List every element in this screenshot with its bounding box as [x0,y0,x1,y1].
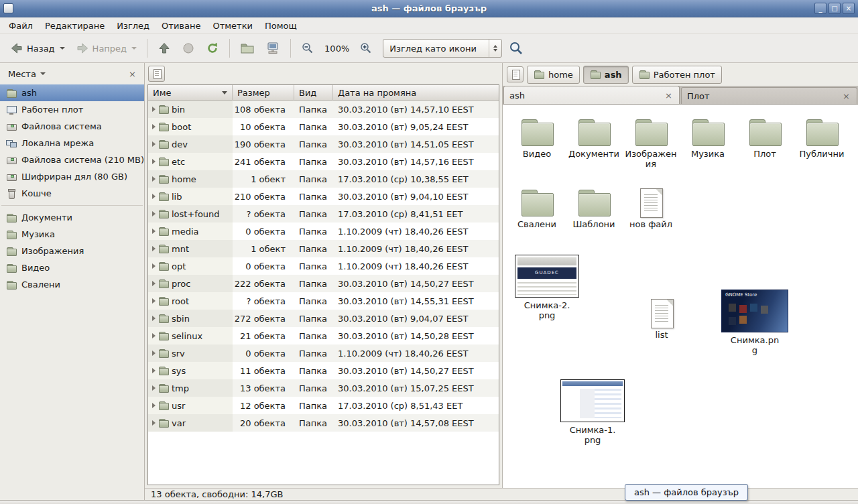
expander-icon[interactable] [152,298,156,304]
menu-item[interactable]: Отметки [206,18,258,34]
table-row[interactable]: lost+found ? обекта Папка 17.03.2010 (ср… [148,205,499,223]
table-row[interactable]: root ? обекта Папка 30.03.2010 (вт) 14,5… [148,292,499,310]
expander-icon[interactable] [152,351,156,356]
pathbar-scroll-button[interactable] [507,66,524,82]
folder-item[interactable]: Публични [794,118,849,160]
expander-icon[interactable] [152,159,156,164]
expander-icon[interactable] [152,229,156,234]
table-row[interactable]: sys 11 обекта Папка 30.03.2010 (вт) 14,5… [148,362,499,379]
computer-button[interactable] [261,37,285,60]
table-row[interactable]: dev 190 обекта Папка 30.03.2010 (вт) 14,… [148,135,499,153]
expander-icon[interactable] [152,420,156,426]
expander-icon[interactable] [152,403,156,408]
sidebar-bookmark-item[interactable]: Свалени [0,276,144,293]
column-header-size[interactable]: Размер [233,85,294,101]
expander-icon[interactable] [152,194,156,199]
tab-close-icon[interactable]: × [664,90,674,101]
table-row[interactable]: bin 108 обекта Папка 30.03.2010 (вт) 14,… [148,101,499,118]
sidebar-bookmark-item[interactable]: Видео [0,259,144,276]
file-item-snimka[interactable]: GNOME Store Снимка.png [717,290,792,356]
expander-icon[interactable] [152,263,156,269]
expander-icon[interactable] [152,281,156,286]
folder-item[interactable]: нов файл [623,188,678,230]
table-row[interactable]: home 1 обект Папка 17.03.2010 (ср) 10,38… [148,170,499,188]
table-row[interactable]: srv 0 обекта Папка 1.10.2009 (чт) 18,40,… [148,344,499,362]
expander-icon[interactable] [152,176,156,182]
menu-item[interactable]: Изглед [111,18,156,34]
file-item-snimka1[interactable]: Снимка-1.png [558,379,627,446]
folder-item[interactable]: Свалени [509,188,564,230]
table-row[interactable]: var 20 обекта Папка 30.03.2010 (вт) 14,5… [148,414,499,432]
menu-item[interactable]: Файл [3,18,39,34]
sidebar-mode-select[interactable]: Места [5,67,48,81]
folder-item[interactable]: Плот [737,118,792,160]
sidebar-item[interactable]: Файлова система (210 MB) [0,151,144,168]
zoom-out-button[interactable] [296,37,319,60]
column-header-modified[interactable]: Дата на промяна [333,85,499,101]
back-history-arrow-icon[interactable] [60,47,65,50]
table-row[interactable]: lib 210 обекта Папка 30.03.2010 (вт) 9,0… [148,188,499,205]
table-row[interactable]: sbin 272 обекта Папка 30.03.2010 (вт) 9,… [148,310,499,327]
minimize-button[interactable]: _ [814,3,826,14]
expander-icon[interactable] [152,211,156,216]
expander-icon[interactable] [152,124,156,129]
sidebar-bookmark-item[interactable]: Документи [0,209,144,226]
search-button[interactable] [503,36,529,61]
table-row[interactable]: proc 222 обекта Папка 30.03.2010 (вт) 14… [148,275,499,292]
folder-item[interactable]: Шаблони [566,188,621,230]
file-item-list[interactable]: list [641,299,682,340]
home-button[interactable] [235,37,259,60]
tab[interactable]: ash × [503,86,680,104]
expander-icon[interactable] [152,316,156,321]
forward-button[interactable]: Напред [71,37,141,60]
table-row[interactable]: usr 12 обекта Папка 17.03.2010 (ср) 8,51… [148,397,499,414]
expander-icon[interactable] [152,141,156,147]
sidebar-item[interactable]: Шифриран дял (80 GB) [0,168,144,185]
combo-spinner-icon[interactable] [489,40,501,57]
sidebar-item[interactable]: Локална мрежа [0,135,144,151]
table-row[interactable]: mnt 1 обект Папка 1.10.2009 (чт) 18,40,2… [148,240,499,257]
path-button[interactable]: home [527,66,580,84]
sidebar-item[interactable]: Работен плот [0,101,144,118]
up-button[interactable] [153,37,176,60]
sidebar-item[interactable]: Кошче [0,185,144,202]
menu-item[interactable]: Отиване [156,18,206,34]
expander-icon[interactable] [152,246,156,251]
folder-item[interactable]: Документи [566,118,621,160]
expander-icon[interactable] [152,107,156,112]
folder-item[interactable]: Изображения [623,118,678,170]
menu-item[interactable]: Редактиране [39,18,111,34]
titlebar[interactable]: ash — файлов браузър _ □ × [0,0,858,17]
table-row[interactable]: etc 241 обекта Папка 30.03.2010 (вт) 14,… [148,153,499,170]
table-row[interactable]: tmp 13 обекта Папка 30.03.2010 (вт) 15,0… [148,379,499,397]
expander-icon[interactable] [152,333,156,338]
column-header-type[interactable]: Вид [294,85,333,101]
folder-item[interactable]: Музика [680,118,735,160]
folder-item[interactable]: Видео [509,118,564,160]
sidebar-bookmark-item[interactable]: Изображения [0,243,144,259]
column-header-name[interactable]: Име [148,85,233,101]
expander-icon[interactable] [152,385,156,391]
table-row[interactable]: media 0 обекта Папка 1.10.2009 (чт) 18,4… [148,223,499,240]
sidebar-close-icon[interactable]: × [126,68,139,80]
back-button[interactable]: Назад [5,37,70,60]
maximize-button[interactable]: □ [829,3,841,14]
pathbar-toggle-button[interactable] [148,66,165,82]
path-button[interactable]: ash [583,66,629,84]
tab-close-icon[interactable]: × [841,91,851,101]
view-mode-select[interactable]: Изглед като икони [383,39,502,58]
close-button[interactable]: × [843,3,855,14]
file-item-snimka2[interactable]: GUADEC Снимка-2.png [512,255,582,321]
expander-icon[interactable] [152,368,156,373]
zoom-in-button[interactable] [355,37,377,60]
sidebar-item[interactable]: ash [0,84,144,101]
path-button[interactable]: Работен плот [632,66,722,84]
table-row[interactable]: boot 10 обекта Папка 30.03.2010 (вт) 9,0… [148,118,499,135]
menu-item[interactable]: Помощ [259,18,303,34]
stop-button[interactable] [177,37,200,60]
table-row[interactable]: opt 0 обекта Папка 1.10.2009 (чт) 18,40,… [148,257,499,275]
tab[interactable]: Плот × [681,87,857,104]
sidebar-bookmark-item[interactable]: Музика [0,226,144,243]
sidebar-item[interactable]: Файлова система [0,118,144,135]
table-row[interactable]: selinux 21 обекта Папка 30.03.2010 (вт) … [148,327,499,344]
